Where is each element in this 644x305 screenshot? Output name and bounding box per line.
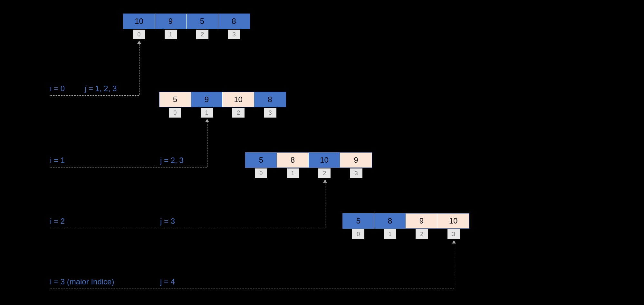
index-label: 3: [264, 108, 276, 118]
hrule-2: [50, 228, 325, 228]
label-j0: j = 1, 2, 3: [85, 84, 117, 93]
index-label: 1: [201, 108, 213, 118]
array-step-1: 5 9 10 8 0 1 2 3: [159, 92, 286, 118]
label-i0: i = 0: [50, 84, 65, 93]
cell: 5: [187, 14, 218, 29]
index-label: 1: [287, 168, 299, 178]
label-j3: j = 4: [160, 277, 175, 286]
hrule-0: [50, 95, 139, 96]
hrule-1: [50, 167, 207, 167]
index-label: 0: [352, 229, 364, 239]
index-label: 2: [232, 108, 245, 118]
label-i1: i = 1: [50, 156, 65, 165]
cell: 9: [191, 92, 223, 107]
cell: 5: [343, 214, 374, 228]
cell: 8: [277, 153, 309, 167]
cell: 9: [155, 14, 187, 29]
index-label: 0: [169, 108, 181, 118]
cell: 10: [223, 92, 254, 107]
array-step-2: 5 8 10 9 0 1 2 3: [245, 152, 372, 178]
arrow-0: [137, 41, 141, 44]
arrow-2: [323, 179, 327, 183]
vrule-3: [454, 243, 454, 289]
index-label: 3: [228, 30, 240, 39]
hrule-3: [50, 289, 454, 289]
label-i3: i = 3 (maior índice): [50, 277, 114, 286]
cell: 8: [254, 92, 286, 107]
label-j2: j = 3: [160, 217, 175, 226]
index-label: 2: [416, 229, 428, 239]
index-label: 2: [318, 168, 331, 178]
array-step-0: 10 9 5 8 0 1 2 3: [123, 14, 250, 39]
index-label: 0: [133, 30, 145, 39]
index-label: 3: [350, 168, 362, 178]
index-label: 0: [255, 168, 267, 178]
cell: 9: [406, 214, 437, 228]
label-j1: j = 2, 3: [160, 156, 184, 165]
index-label: 1: [384, 229, 396, 239]
vrule-2: [325, 183, 325, 228]
diagram-canvas: 10 9 5 8 0 1 2 3 5 9 10 8 0 1 2 3 5 8: [0, 0, 644, 305]
vrule-0: [139, 44, 139, 95]
cell: 5: [159, 92, 191, 107]
cell: 9: [340, 153, 372, 167]
label-i2: i = 2: [50, 217, 65, 226]
array-step-3: 5 8 9 10 0 1 2 3: [342, 213, 469, 239]
arrow-3: [452, 240, 456, 243]
cell: 8: [374, 214, 406, 228]
index-label: 3: [447, 229, 460, 239]
cell: 10: [309, 153, 340, 167]
index-label: 1: [165, 30, 177, 39]
cell: 10: [437, 214, 469, 228]
arrow-1: [205, 119, 209, 122]
cell: 8: [218, 14, 250, 29]
vrule-1: [207, 122, 207, 167]
cell: 10: [123, 14, 155, 29]
cell: 5: [245, 153, 277, 167]
index-label: 2: [196, 30, 208, 39]
